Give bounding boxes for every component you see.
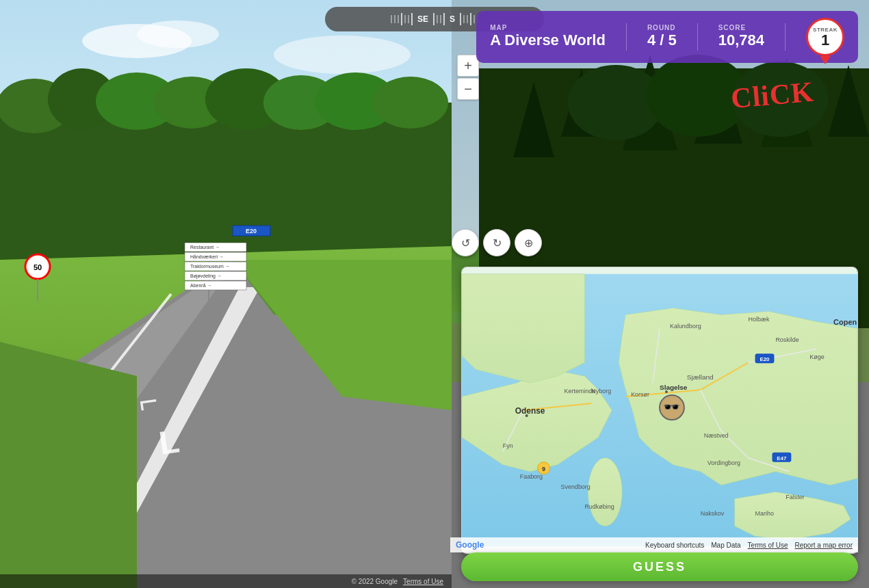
streak-badge: STREAK 1: [806, 18, 844, 56]
svg-text:Falster: Falster: [786, 494, 804, 500]
svg-text:Håndværkeri →: Håndværkeri →: [190, 254, 224, 259]
direction-s-label: S: [450, 14, 455, 24]
svg-text:E20: E20: [246, 228, 257, 235]
tick: [408, 15, 409, 23]
tick: [463, 15, 465, 23]
svg-marker-30: [0, 342, 137, 588]
svg-text:E47: E47: [777, 455, 787, 462]
report-error[interactable]: Report a map error: [795, 542, 853, 549]
round-value: 4 / 5: [647, 31, 677, 49]
svg-text:🕶️: 🕶️: [663, 399, 680, 415]
tick: [404, 15, 406, 23]
google-logo: Google: [456, 540, 484, 550]
svg-text:Nyborg: Nyborg: [591, 388, 611, 395]
map-attribution: Google Keyboard shortcuts Map Data Terms…: [450, 537, 858, 552]
streak-value: 1: [821, 33, 829, 48]
tick: [398, 15, 399, 23]
svg-text:Sjælland: Sjælland: [687, 373, 714, 381]
direction-se-label: SE: [417, 14, 428, 24]
map-overlay[interactable]: E20 E47 9 Odense Kerteminde Fyn Faaborg …: [461, 267, 858, 554]
svg-text:Traktormuseum →: Traktormuseum →: [190, 264, 230, 269]
footer-terms-link[interactable]: Terms of Use: [403, 578, 443, 585]
tick: [401, 13, 402, 25]
svg-point-72: [526, 414, 528, 417]
tick: [437, 15, 438, 23]
svg-text:E20: E20: [760, 356, 770, 362]
score-value: 10,784: [718, 31, 764, 49]
svg-text:Faaborg: Faaborg: [520, 473, 543, 480]
compass-controls[interactable]: ↺ ↻ ⊕: [452, 229, 542, 256]
footer: © 2022 Google Terms of Use: [0, 574, 452, 588]
streak-tail: [820, 56, 831, 64]
rotate-right-button[interactable]: ↻: [483, 229, 510, 256]
svg-text:Slagelse: Slagelse: [660, 384, 688, 391]
hud-round-section: ROUND 4 / 5: [647, 24, 677, 49]
map-label: MAP: [490, 24, 507, 31]
tick: [411, 13, 413, 25]
svg-text:Svendborg: Svendborg: [561, 483, 591, 490]
score-label: SCORE: [718, 24, 747, 31]
svg-text:Mariho: Mariho: [755, 510, 774, 517]
tick: [433, 13, 434, 25]
tick: [394, 15, 395, 23]
svg-text:Kalundborg: Kalundborg: [670, 323, 701, 330]
tick: [460, 13, 461, 25]
svg-marker-53: [462, 274, 584, 383]
hud-map-section: MAP A Diverse World: [490, 24, 606, 49]
tick: [443, 13, 445, 25]
svg-text:Næstved: Næstved: [704, 432, 729, 439]
hud-divider-2: [697, 23, 698, 51]
svg-text:Abenrå →: Abenrå →: [190, 283, 212, 288]
svg-text:Køge: Køge: [809, 353, 824, 360]
svg-point-79: [665, 390, 668, 393]
svg-point-54: [588, 458, 622, 526]
keyboard-shortcuts[interactable]: Keyboard shortcuts: [645, 542, 704, 549]
guess-label: GUESS: [633, 560, 686, 574]
zoom-out-button[interactable]: −: [457, 78, 479, 100]
hud-score-section: SCORE 10,784: [718, 24, 764, 49]
hud-divider-3: [785, 23, 786, 51]
svg-text:Nakskov: Nakskov: [701, 510, 725, 517]
hud-divider: [626, 23, 627, 51]
copyright: © 2022 Google: [352, 578, 398, 585]
svg-text:Holbæk: Holbæk: [749, 316, 770, 323]
map-container[interactable]: E20 E47 9 Odense Kerteminde Fyn Faaborg …: [462, 267, 857, 553]
svg-text:Restaurant →: Restaurant →: [190, 245, 220, 250]
svg-text:Bøjøvdeling →: Bøjøvdeling →: [190, 273, 222, 279]
svg-text:Odense: Odense: [515, 406, 545, 416]
map-name: A Diverse World: [490, 31, 606, 49]
streak-circle: STREAK 1: [806, 18, 844, 56]
svg-text:Vordingborg: Vordingborg: [708, 459, 740, 466]
tick: [470, 13, 471, 25]
terms-of-use[interactable]: Terms of Use: [748, 542, 788, 549]
svg-text:50: 50: [34, 263, 42, 271]
attribution-links: Keyboard shortcuts Map Data Terms of Use…: [645, 542, 853, 549]
svg-text:Copenh: Copenh: [833, 318, 857, 326]
north-button[interactable]: ⊕: [515, 229, 542, 256]
svg-point-2: [137, 21, 219, 48]
tick: [467, 15, 468, 23]
svg-text:Roskilde: Roskilde: [775, 336, 799, 343]
map-data: Map Data: [711, 542, 740, 549]
svg-text:Korsør: Korsør: [631, 391, 649, 398]
hud-bar: MAP A Diverse World ROUND 4 / 5 SCORE 10…: [476, 11, 858, 63]
tick: [440, 15, 441, 23]
tick: [474, 15, 475, 23]
rotate-left-button[interactable]: ↺: [452, 229, 479, 256]
guess-button[interactable]: GUESS: [461, 552, 858, 581]
zoom-in-button[interactable]: +: [457, 55, 479, 77]
tick: [391, 15, 392, 23]
svg-point-12: [373, 77, 448, 129]
round-label: ROUND: [647, 24, 676, 31]
svg-text:9: 9: [542, 466, 545, 472]
svg-point-3: [274, 36, 411, 74]
zoom-controls[interactable]: + −: [457, 55, 479, 100]
svg-text:Fyn: Fyn: [503, 442, 513, 449]
svg-text:Rudkøbing: Rudkøbing: [584, 504, 614, 511]
